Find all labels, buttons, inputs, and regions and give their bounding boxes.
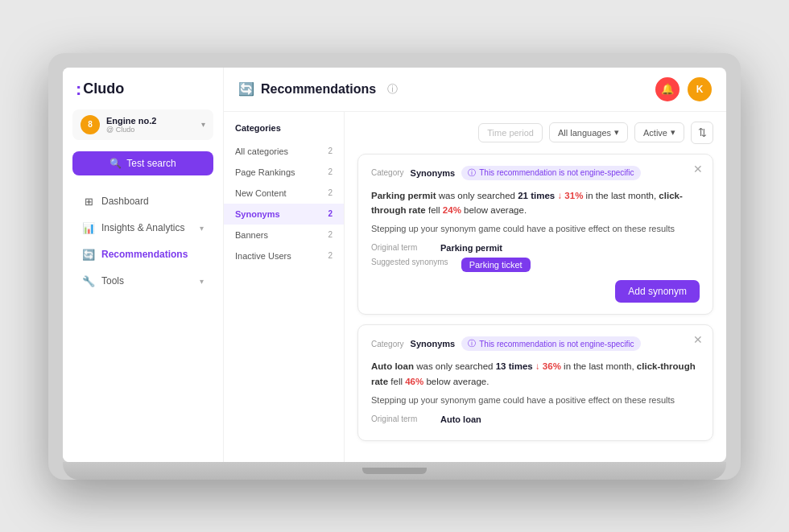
status-filter[interactable]: Active ▾ — [634, 122, 684, 142]
recommendations-icon: 🔄 — [82, 249, 95, 261]
engine-badge-2: ⓘ This recommendation is not engine-spec… — [461, 336, 640, 351]
search-icon: 🔍 — [109, 158, 122, 169]
dashboard-icon: ⊞ — [82, 196, 95, 208]
categories-title: Categories — [224, 123, 344, 141]
category-all[interactable]: All categories 2 — [224, 141, 344, 162]
sidebar-item-recommendations[interactable]: 🔄 Recommendations — [69, 242, 217, 267]
time-period-filter[interactable]: Time period — [478, 123, 543, 142]
rec-type-2: Synonyms — [411, 339, 456, 348]
sidebar-item-tools[interactable]: 🔧 Tools ▾ — [69, 269, 217, 294]
category-label-2: Category — [371, 340, 404, 348]
card-1-body: Parking permit was only searched 21 time… — [371, 188, 700, 218]
sidebar-item-label: Insights & Analytics — [101, 222, 184, 233]
sort-icon: ⇅ — [698, 126, 707, 138]
content-area: Categories All categories 2 Page Ranking… — [224, 112, 726, 462]
synonym-tag-1: Parking ticket — [461, 258, 531, 272]
engine-badge-1: ⓘ This recommendation is not engine-spec… — [461, 166, 640, 180]
test-search-button[interactable]: 🔍 Test search — [72, 151, 213, 175]
top-bar: 🔄 Recommendations ⓘ 🔔 K — [224, 68, 726, 112]
user-avatar[interactable]: K — [688, 77, 712, 101]
card-2-body: Auto loan was only searched 13 times ↓ 3… — [371, 359, 700, 389]
card-2-sub: Stepping up your synonym game could have… — [371, 395, 700, 405]
tools-chevron-icon: ▾ — [200, 277, 204, 286]
engine-sub: @ Cludo — [106, 126, 195, 134]
category-label-1: Category — [371, 168, 404, 177]
categories-panel: Categories All categories 2 Page Ranking… — [224, 112, 345, 462]
engine-info: Engine no.2 @ Cludo — [106, 116, 195, 134]
category-page-rankings[interactable]: Page Rankings 2 — [224, 162, 344, 183]
card-1-footer: Add synonym — [371, 280, 700, 303]
filters-bar: Time period All languages ▾ Active ▾ — [357, 122, 713, 144]
insights-icon: 📊 — [82, 222, 95, 234]
sidebar-item-dashboard[interactable]: ⊞ Dashboard — [69, 189, 217, 214]
card-1-sub: Stepping up your synonym game could have… — [371, 224, 700, 233]
sidebar: : Cludo 8 Engine no.2 @ Cludo ▾ 🔍 Test s… — [63, 68, 224, 462]
close-card-1-button[interactable]: ✕ — [693, 163, 703, 175]
top-bar-actions: 🔔 K — [655, 77, 712, 101]
recommendation-card-2: ✕ Category Synonyms ⓘ This recommendatio… — [357, 324, 713, 441]
card-2-original-term: Original term Auto loan — [371, 414, 700, 424]
logo-dot: : — [76, 80, 81, 98]
insights-chevron-icon: ▾ — [200, 224, 204, 233]
sidebar-item-label: Dashboard — [101, 196, 149, 207]
tools-icon: 🔧 — [82, 275, 95, 287]
card-1-original-term: Original term Parking permit — [371, 243, 700, 253]
notification-button[interactable]: 🔔 — [655, 77, 680, 101]
sidebar-item-label: Tools — [101, 275, 124, 287]
sidebar-item-label: Recommendations — [101, 249, 188, 260]
language-filter[interactable]: All languages ▾ — [549, 122, 628, 142]
category-synonyms[interactable]: Synonyms 2 — [224, 204, 344, 225]
info-icon[interactable]: ⓘ — [387, 82, 398, 97]
engine-selector[interactable]: 8 Engine no.2 @ Cludo ▾ — [72, 109, 213, 140]
bell-icon: 🔔 — [661, 83, 674, 95]
category-new-content[interactable]: New Content 2 — [224, 183, 344, 204]
sidebar-item-insights[interactable]: 📊 Insights & Analytics ▾ — [69, 216, 217, 241]
app-logo: : Cludo — [63, 80, 223, 109]
add-synonym-button[interactable]: Add synonym — [615, 280, 700, 303]
language-chevron-icon: ▾ — [614, 127, 619, 138]
page-title: 🔄 Recommendations — [238, 81, 376, 97]
sort-button[interactable]: ⇅ — [691, 122, 713, 144]
card-2-header: Category Synonyms ⓘ This recommendation … — [371, 336, 700, 351]
category-inactive-users[interactable]: Inactive Users 2 — [224, 245, 344, 266]
recommendation-card-1: ✕ Category Synonyms ⓘ This recommendatio… — [357, 154, 713, 315]
engine-name: Engine no.2 — [106, 116, 195, 126]
main-content: 🔄 Recommendations ⓘ 🔔 K Categ — [224, 68, 726, 462]
engine-avatar: 8 — [81, 115, 100, 134]
card-1-header: Category Synonyms ⓘ This recommendation … — [371, 166, 700, 180]
rec-type-1: Synonyms — [411, 168, 456, 178]
status-chevron-icon: ▾ — [671, 127, 675, 138]
engine-chevron-icon: ▾ — [201, 120, 205, 129]
category-banners[interactable]: Banners 2 — [224, 225, 344, 245]
recommendations-panel: Time period All languages ▾ Active ▾ — [345, 112, 726, 462]
close-card-2-button[interactable]: ✕ — [693, 333, 703, 346]
page-title-icon: 🔄 — [238, 81, 254, 97]
card-1-suggested: Suggested synonyms Parking ticket — [371, 258, 700, 272]
